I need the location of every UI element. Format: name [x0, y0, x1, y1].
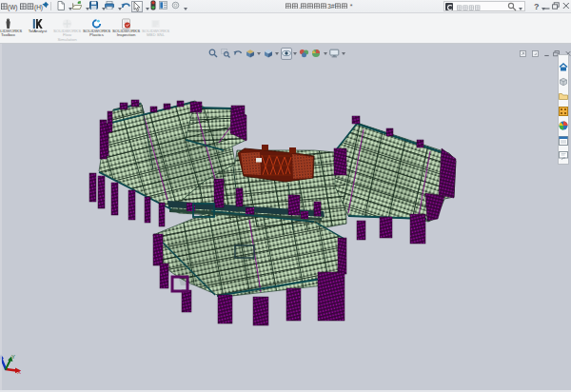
- svg-text:X: X: [17, 369, 21, 375]
- svg-text:Y: Y: [11, 354, 15, 360]
